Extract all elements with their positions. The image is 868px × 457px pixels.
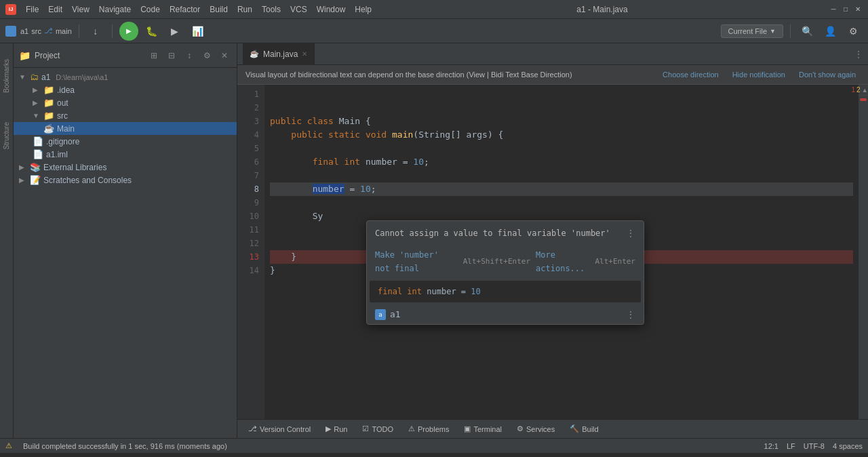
code-line-7 <box>270 169 853 182</box>
services-label: Services <box>526 425 555 433</box>
choose-direction-button[interactable]: Choose direction <box>658 69 723 80</box>
folder-icon: 📁 <box>19 50 31 61</box>
todo-label: TODO <box>372 425 393 433</box>
code-line-1 <box>270 87 853 101</box>
line-num-12: 12 <box>237 237 259 250</box>
menu-edit[interactable]: Edit <box>44 3 66 16</box>
warning-count: 2 <box>856 86 861 94</box>
problems-label: Problems <box>418 425 449 433</box>
status-right-info: 12:1 LF UTF-8 4 spaces <box>764 442 863 450</box>
tree-item-a1iml[interactable]: 📄 a1.iml <box>14 148 237 161</box>
problems-button[interactable]: ⚠ Problems <box>403 423 454 435</box>
sidebar-close-icon[interactable]: ✕ <box>218 49 231 62</box>
cursor-position[interactable]: 12:1 <box>764 442 778 450</box>
minimize-button[interactable]: ─ <box>829 5 838 14</box>
error-warning-count: 1 2 ▲ ▼ <box>859 85 868 96</box>
code-line-5 <box>270 142 853 155</box>
dont-show-again-button[interactable]: Don't show again <box>795 69 860 80</box>
branch-name-label: main <box>56 27 72 35</box>
build-button[interactable]: 🔨 Build <box>564 423 604 435</box>
more-actions-link[interactable]: More actions... <box>536 248 589 275</box>
editor-content: 1 2 ▶3 ▶4 5 6 7 8 9 10 💡11 12 ●1 <box>237 85 868 419</box>
line-num-4: ▶4 <box>237 128 259 142</box>
gutter-up-arrow[interactable]: ▲ <box>862 87 868 94</box>
menu-tools[interactable]: Tools <box>258 3 285 16</box>
tree-item-scratches[interactable]: ▶ 📝 Scratches and Consoles <box>14 174 237 186</box>
menu-view[interactable]: View <box>68 3 94 16</box>
menu-window[interactable]: Window <box>313 3 350 16</box>
make-not-final-link[interactable]: Make 'number' not final <box>375 248 458 275</box>
code-line-3: public class Main { <box>270 115 853 128</box>
tabs-more-button[interactable]: ⋮ <box>854 49 863 59</box>
todo-button[interactable]: ☑ TODO <box>357 423 399 435</box>
vc-icon: ⎇ <box>248 424 257 433</box>
error-count: 1 <box>852 86 856 94</box>
editor-area: ☕ Main.java ✕ ⋮ Visual layout of bidirec… <box>237 43 868 438</box>
dropdown-icon: ▼ <box>770 28 776 35</box>
file-charset[interactable]: UTF-8 <box>804 442 825 450</box>
gutter-indicators: 1 2 ▲ ▼ <box>859 85 868 419</box>
project-name-label: a1 <box>20 27 28 35</box>
debug-button[interactable]: 🐛 <box>142 22 161 41</box>
current-file-label: Current File <box>728 27 767 35</box>
status-bar: ⚠ Build completed successfully in 1 sec,… <box>0 438 868 453</box>
maximize-button[interactable]: □ <box>841 5 850 14</box>
out-folder-icon: 📁 <box>43 98 54 108</box>
tree-label-a1: a1 <box>41 73 50 82</box>
tree-item-a1[interactable]: ▼ 🗂 a1 D:\learn\java\a1 <box>14 71 237 83</box>
run-button[interactable]: ▶ <box>119 22 138 41</box>
hide-notification-button[interactable]: Hide notification <box>728 69 789 80</box>
tree-item-idea[interactable]: ▶ 📁 .idea <box>14 83 237 96</box>
toolbar-separator-1 <box>79 24 79 38</box>
libs-icon: 📚 <box>30 162 41 172</box>
menu-file[interactable]: File <box>22 3 43 16</box>
sidebar-expand-icon[interactable]: ⊞ <box>147 49 161 62</box>
line-numbers: 1 2 ▶3 ▶4 5 6 7 8 9 10 💡11 12 ●1 <box>237 85 264 419</box>
menu-run[interactable]: Run <box>233 3 256 16</box>
tab-close-button[interactable]: ✕ <box>302 50 307 58</box>
tree-label-gitignore: .gitignore <box>46 137 79 146</box>
tree-item-main[interactable]: ☕ Main <box>14 122 237 135</box>
run-tool-button[interactable]: ▶ Run <box>320 423 353 435</box>
build-icon: 🔨 <box>570 424 579 433</box>
line-num-7: 7 <box>237 169 259 182</box>
version-control-button[interactable]: ⎇ Version Control <box>243 423 316 435</box>
close-button[interactable]: ✕ <box>853 5 863 14</box>
menu-help[interactable]: Help <box>351 3 376 16</box>
tree-item-gitignore[interactable]: 📄 .gitignore <box>14 135 237 148</box>
tree-label-main: Main <box>57 124 75 134</box>
user-button[interactable]: 👤 <box>821 22 840 41</box>
menu-code[interactable]: Code <box>136 3 164 16</box>
java-file-icon: ☕ <box>43 123 54 134</box>
search-button[interactable]: 🔍 <box>797 22 816 41</box>
editor-tab-main[interactable]: ☕ Main.java ✕ <box>243 43 315 65</box>
popup-options-button[interactable]: ⋮ <box>626 226 635 240</box>
code-editor[interactable]: public class Main { public static void m… <box>264 85 859 419</box>
popup-footer: a a1 ⋮ <box>367 305 644 324</box>
popup-footer-options-button[interactable]: ⋮ <box>626 308 635 321</box>
bookmarks-panel-button[interactable]: Bookmarks <box>3 49 10 103</box>
indent-settings[interactable]: 4 spaces <box>833 442 863 450</box>
notification-message: Visual layout of bidirectional text can … <box>245 71 653 79</box>
profiler-button[interactable]: 📊 <box>189 22 208 41</box>
menu-build[interactable]: Build <box>205 3 232 16</box>
tree-item-out[interactable]: ▶ 📁 out <box>14 96 237 109</box>
menu-refactor[interactable]: Refactor <box>165 3 204 16</box>
sidebar-sort-icon[interactable]: ↕ <box>182 49 196 62</box>
terminal-button[interactable]: ▣ Terminal <box>458 423 507 435</box>
menu-vcs[interactable]: VCS <box>286 3 311 16</box>
line-ending[interactable]: LF <box>787 442 795 450</box>
tree-item-extlibs[interactable]: ▶ 📚 External Libraries <box>14 161 237 174</box>
popup-module-icon: a <box>375 309 386 320</box>
menu-navigate[interactable]: Navigate <box>95 3 135 16</box>
current-file-button[interactable]: Current File ▼ <box>721 24 783 38</box>
sidebar-collapse-icon[interactable]: ⊟ <box>165 49 178 62</box>
git-update-button[interactable]: ↓ <box>86 22 105 41</box>
sidebar-settings-icon[interactable]: ⚙ <box>200 49 214 62</box>
coverage-button[interactable]: ▶ <box>165 22 184 41</box>
project-icon <box>5 26 16 37</box>
settings-button[interactable]: ⚙ <box>844 22 863 41</box>
structure-panel-button[interactable]: Structure <box>3 108 10 163</box>
tree-item-src[interactable]: ▼ 📁 src <box>14 109 237 122</box>
services-button[interactable]: ⚙ Services <box>511 423 560 435</box>
